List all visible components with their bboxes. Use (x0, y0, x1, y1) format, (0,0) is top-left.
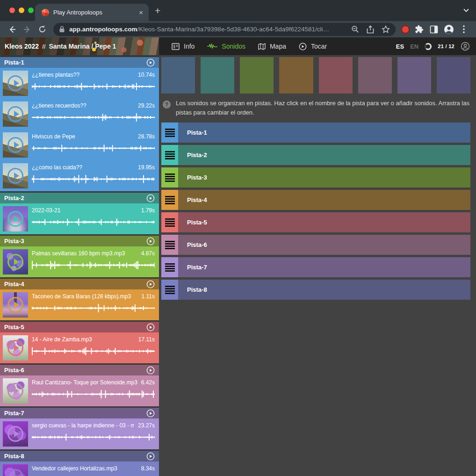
track-row-body[interactable]: Pista-1 (178, 123, 470, 143)
track-row-body[interactable]: Pista-6 (178, 235, 470, 255)
track-row-body[interactable]: Pista-4 (178, 190, 470, 210)
clip-item[interactable]: Palmas sevillanas 160 bpm mp3.mp34.87s (0, 246, 159, 277)
track-color-swatch (279, 57, 313, 94)
zoom-icon[interactable] (351, 25, 359, 33)
track-row-body[interactable]: Pista-7 (178, 257, 470, 277)
tab-search-chevron-icon[interactable] (463, 8, 469, 13)
clip-thumbnail[interactable] (3, 71, 28, 96)
profile-avatar[interactable] (443, 23, 455, 36)
track-row[interactable]: Pista-4 (161, 190, 470, 210)
track-row[interactable]: Pista-7 (161, 257, 470, 277)
drag-handle[interactable] (161, 212, 178, 232)
clip-thumbnail[interactable] (3, 464, 28, 476)
nav-sonidos[interactable]: Sonidos (207, 43, 245, 50)
nav-mapa[interactable]: Mapa (258, 43, 286, 50)
bookmark-star-icon[interactable] (382, 25, 390, 34)
track-header[interactable]: Pista-2 (0, 193, 159, 203)
record-extension-icon[interactable] (402, 26, 409, 33)
reload-button[interactable] (36, 23, 48, 36)
clip-item[interactable]: ¿¿tienes plantas??10.74s (0, 68, 159, 99)
track-play-button[interactable] (146, 237, 155, 245)
drag-handle[interactable] (161, 257, 178, 277)
track-row[interactable]: Pista-2 (161, 145, 470, 165)
nav-tocar[interactable]: Tocar (299, 43, 327, 50)
clip-item[interactable]: Hiviscus de Pepe28.78s (0, 130, 159, 160)
clip-item[interactable]: 14 - Aire de Zamba.mp317.11s (0, 332, 159, 363)
track-play-button[interactable] (146, 280, 155, 288)
clip-item[interactable]: Vendedor callejero Hortalizas.mp38.34s (0, 462, 159, 476)
drag-handle-icon (165, 263, 175, 272)
clip-thumbnail[interactable] (3, 335, 28, 361)
track-row-body[interactable]: Pista-8 (178, 280, 470, 300)
browser-menu-icon[interactable] (458, 23, 470, 36)
track-play-button[interactable] (146, 366, 155, 375)
track-row[interactable]: Pista-5 (161, 212, 470, 232)
track-section: Pista-514 - Aire de Zamba.mp317.11s (0, 322, 159, 363)
clip-thumbnail[interactable] (3, 249, 28, 274)
drag-handle[interactable] (161, 235, 178, 255)
clip-thumbnail[interactable] (3, 292, 28, 317)
tab-close-icon[interactable]: × (138, 8, 144, 16)
drag-handle[interactable] (161, 145, 178, 165)
track-header[interactable]: Pista-3 (0, 236, 159, 246)
clip-item[interactable]: 2022-03-211.79s (0, 203, 159, 234)
track-row[interactable]: Pista-6 (161, 235, 470, 255)
clip-item[interactable]: sergio cuevas - la harpe indienne - 03 -… (0, 418, 159, 449)
track-row[interactable]: Pista-8 (161, 280, 470, 300)
track-play-button[interactable] (146, 194, 155, 202)
account-icon[interactable] (461, 42, 470, 51)
clip-item[interactable]: ¿¿tienes recuerdos??29.22s (0, 99, 159, 130)
track-row-name: Pista-7 (187, 264, 207, 271)
forward-button[interactable] (21, 23, 33, 36)
new-tab-button[interactable]: + (155, 5, 160, 16)
track-row-body[interactable]: Pista-2 (178, 145, 470, 165)
track-header[interactable]: Pista-5 (0, 322, 159, 332)
clip-item[interactable]: Raul Cantizano- Toque por Solenoide.mp36… (0, 375, 159, 406)
clip-duration: 4.87s (141, 250, 155, 257)
track-header[interactable]: Pista-1 (0, 57, 159, 68)
browser-tab[interactable]: Play Antropoloops × (35, 4, 149, 21)
track-row-body[interactable]: Pista-3 (178, 167, 470, 188)
clip-item[interactable]: ¿¿como las cuida??19.95s (0, 160, 159, 191)
clip-thumbnail[interactable] (3, 206, 28, 231)
nav-info[interactable]: Info (172, 43, 195, 50)
track-header[interactable]: Pista-6 (0, 365, 159, 375)
drag-handle[interactable] (161, 167, 178, 188)
drag-handle[interactable] (161, 190, 178, 210)
close-window-button[interactable] (9, 7, 15, 13)
address-bar[interactable]: app.antropoloops.com/Kleos-Santa-Marina/… (53, 23, 396, 36)
clip-info: Raul Cantizano- Toque por Solenoide.mp36… (32, 379, 155, 386)
track-header[interactable]: Pista-8 (0, 451, 159, 462)
fullscreen-window-button[interactable] (28, 7, 34, 13)
track-play-button[interactable] (146, 58, 155, 67)
extensions-puzzle-icon[interactable] (413, 23, 425, 36)
drag-handle[interactable] (161, 123, 178, 143)
track-play-button[interactable] (146, 409, 155, 418)
clip-duration: 19.95s (138, 164, 155, 171)
tab-title: Play Antropoloops (53, 9, 138, 16)
track-header[interactable]: Pista-7 (0, 408, 159, 418)
back-button[interactable] (6, 23, 18, 36)
clip-thumbnail[interactable] (3, 163, 28, 188)
clip-thumbnail[interactable] (3, 378, 28, 404)
track-row[interactable]: Pista-1 (161, 123, 470, 143)
clip-play-icon (7, 137, 23, 153)
side-panel-icon[interactable] (428, 23, 440, 36)
lang-es-button[interactable]: ES (396, 43, 404, 50)
track-play-button[interactable] (146, 452, 155, 461)
help-icon: ? (163, 101, 171, 108)
clip-thumbnail[interactable] (3, 421, 28, 447)
track-play-button[interactable] (146, 323, 155, 332)
clip-thumbnail[interactable] (3, 101, 28, 127)
clip-thumbnail[interactable] (3, 132, 28, 158)
project-hero[interactable]: Kleos 2022 // Santa Marina / Pepe 1 (0, 37, 159, 55)
clip-item[interactable]: Taconeo de Sara Baras (128 kbps).mp31.11… (0, 289, 159, 320)
track-row[interactable]: Pista-3 (161, 167, 470, 188)
track-header[interactable]: Pista-4 (0, 279, 159, 289)
drag-handle[interactable] (161, 280, 178, 300)
minimize-window-button[interactable] (19, 7, 24, 13)
track-row-body[interactable]: Pista-5 (178, 212, 470, 232)
lang-en-button[interactable]: EN (410, 43, 418, 50)
clip-name: ¿¿tienes recuerdos?? (32, 102, 134, 109)
share-icon[interactable] (367, 25, 374, 34)
